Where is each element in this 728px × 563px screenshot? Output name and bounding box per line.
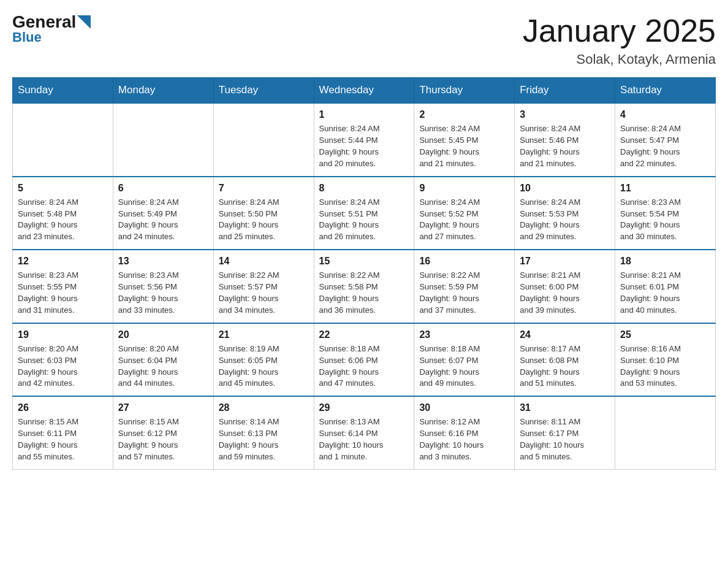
day-number: 16 [419, 254, 509, 268]
day-number: 23 [419, 327, 509, 342]
day-number: 30 [419, 400, 509, 415]
day-info: Sunrise: 8:24 AMSunset: 5:51 PMDaylight:… [319, 197, 409, 243]
day-info: Sunrise: 8:23 AMSunset: 5:55 PMDaylight:… [18, 270, 108, 316]
day-number: 10 [520, 181, 610, 195]
day-info: Sunrise: 8:22 AMSunset: 5:58 PMDaylight:… [319, 270, 409, 316]
title-block: January 2025 Solak, Kotayk, Armenia [523, 12, 716, 67]
day-number: 3 [520, 107, 610, 121]
day-info: Sunrise: 8:15 AMSunset: 6:11 PMDaylight:… [18, 416, 108, 462]
day-info: Sunrise: 8:18 AMSunset: 6:06 PMDaylight:… [319, 343, 409, 389]
day-info: Sunrise: 8:24 AMSunset: 5:50 PMDaylight:… [219, 197, 309, 243]
page-header: General Blue January 2025 Solak, Kotayk,… [12, 12, 716, 67]
day-header-thursday: Thursday [414, 78, 515, 104]
day-number: 8 [319, 181, 409, 195]
day-number: 17 [520, 254, 610, 268]
calendar-week-row: 12Sunrise: 8:23 AMSunset: 5:55 PMDayligh… [13, 250, 716, 323]
day-number: 14 [219, 254, 309, 268]
calendar-week-row: 26Sunrise: 8:15 AMSunset: 6:11 PMDayligh… [13, 396, 716, 469]
day-number: 27 [118, 400, 208, 415]
day-info: Sunrise: 8:12 AMSunset: 6:16 PMDaylight:… [419, 416, 509, 462]
day-number: 15 [319, 254, 409, 268]
day-info: Sunrise: 8:24 AMSunset: 5:45 PMDaylight:… [419, 123, 509, 169]
day-number: 6 [118, 181, 208, 195]
calendar-title: January 2025 [523, 12, 716, 49]
day-number: 29 [319, 400, 409, 415]
day-number: 13 [118, 254, 208, 268]
calendar-day-cell: 25Sunrise: 8:16 AMSunset: 6:10 PMDayligh… [615, 323, 716, 397]
day-info: Sunrise: 8:21 AMSunset: 6:01 PMDaylight:… [620, 270, 710, 316]
calendar-day-cell: 11Sunrise: 8:23 AMSunset: 5:54 PMDayligh… [615, 177, 716, 250]
day-number: 19 [18, 327, 108, 342]
day-number: 9 [419, 181, 509, 195]
day-number: 31 [520, 400, 610, 415]
day-number: 18 [620, 254, 710, 268]
day-header-monday: Monday [113, 78, 213, 104]
calendar-week-row: 5Sunrise: 8:24 AMSunset: 5:48 PMDaylight… [13, 177, 716, 250]
calendar-subtitle: Solak, Kotayk, Armenia [523, 52, 716, 67]
day-number: 24 [520, 327, 610, 342]
calendar-day-cell: 29Sunrise: 8:13 AMSunset: 6:14 PMDayligh… [314, 396, 414, 469]
calendar-day-cell: 15Sunrise: 8:22 AMSunset: 5:58 PMDayligh… [314, 250, 414, 323]
day-info: Sunrise: 8:18 AMSunset: 6:07 PMDaylight:… [419, 343, 509, 389]
calendar-week-row: 19Sunrise: 8:20 AMSunset: 6:03 PMDayligh… [13, 323, 716, 397]
day-info: Sunrise: 8:20 AMSunset: 6:04 PMDaylight:… [118, 343, 208, 389]
calendar-day-cell: 17Sunrise: 8:21 AMSunset: 6:00 PMDayligh… [515, 250, 615, 323]
day-info: Sunrise: 8:24 AMSunset: 5:47 PMDaylight:… [620, 123, 710, 169]
day-number: 28 [219, 400, 309, 415]
day-number: 11 [620, 181, 710, 195]
day-number: 7 [219, 181, 309, 195]
day-header-wednesday: Wednesday [314, 78, 414, 104]
calendar-day-cell [615, 396, 716, 469]
calendar-day-cell: 23Sunrise: 8:18 AMSunset: 6:07 PMDayligh… [414, 323, 515, 397]
calendar-day-cell: 20Sunrise: 8:20 AMSunset: 6:04 PMDayligh… [113, 323, 213, 397]
day-info: Sunrise: 8:21 AMSunset: 6:00 PMDaylight:… [520, 270, 610, 316]
day-number: 20 [118, 327, 208, 342]
day-number: 25 [620, 327, 710, 342]
calendar-day-cell: 30Sunrise: 8:12 AMSunset: 6:16 PMDayligh… [414, 396, 515, 469]
day-number: 4 [620, 107, 710, 121]
logo-arrow-icon [77, 15, 91, 29]
day-info: Sunrise: 8:20 AMSunset: 6:03 PMDaylight:… [18, 343, 108, 389]
day-header-saturday: Saturday [615, 78, 716, 104]
day-info: Sunrise: 8:17 AMSunset: 6:08 PMDaylight:… [520, 343, 610, 389]
calendar-day-cell: 19Sunrise: 8:20 AMSunset: 6:03 PMDayligh… [13, 323, 113, 397]
day-info: Sunrise: 8:24 AMSunset: 5:48 PMDaylight:… [18, 197, 108, 243]
calendar-day-cell: 18Sunrise: 8:21 AMSunset: 6:01 PMDayligh… [615, 250, 716, 323]
calendar-day-cell: 28Sunrise: 8:14 AMSunset: 6:13 PMDayligh… [213, 396, 314, 469]
day-info: Sunrise: 8:23 AMSunset: 5:54 PMDaylight:… [620, 197, 710, 243]
day-number: 21 [219, 327, 309, 342]
calendar-day-cell: 3Sunrise: 8:24 AMSunset: 5:46 PMDaylight… [515, 103, 615, 177]
day-info: Sunrise: 8:16 AMSunset: 6:10 PMDaylight:… [620, 343, 710, 389]
calendar-day-cell: 10Sunrise: 8:24 AMSunset: 5:53 PMDayligh… [515, 177, 615, 250]
calendar-day-cell: 31Sunrise: 8:11 AMSunset: 6:17 PMDayligh… [515, 396, 615, 469]
calendar-day-cell: 21Sunrise: 8:19 AMSunset: 6:05 PMDayligh… [213, 323, 314, 397]
calendar-day-cell: 9Sunrise: 8:24 AMSunset: 5:52 PMDaylight… [414, 177, 515, 250]
calendar-day-cell: 22Sunrise: 8:18 AMSunset: 6:06 PMDayligh… [314, 323, 414, 397]
calendar-day-cell: 1Sunrise: 8:24 AMSunset: 5:44 PMDaylight… [314, 103, 414, 177]
day-header-friday: Friday [515, 78, 615, 104]
calendar-day-cell: 12Sunrise: 8:23 AMSunset: 5:55 PMDayligh… [13, 250, 113, 323]
calendar-day-cell: 24Sunrise: 8:17 AMSunset: 6:08 PMDayligh… [515, 323, 615, 397]
calendar-day-cell [213, 103, 314, 177]
day-info: Sunrise: 8:22 AMSunset: 5:57 PMDaylight:… [219, 270, 309, 316]
day-header-sunday: Sunday [13, 78, 113, 104]
day-info: Sunrise: 8:22 AMSunset: 5:59 PMDaylight:… [419, 270, 509, 316]
day-info: Sunrise: 8:23 AMSunset: 5:56 PMDaylight:… [118, 270, 208, 316]
day-info: Sunrise: 8:24 AMSunset: 5:52 PMDaylight:… [419, 197, 509, 243]
calendar-table: SundayMondayTuesdayWednesdayThursdayFrid… [12, 77, 716, 470]
day-info: Sunrise: 8:14 AMSunset: 6:13 PMDaylight:… [219, 416, 309, 462]
calendar-week-row: 1Sunrise: 8:24 AMSunset: 5:44 PMDaylight… [13, 103, 716, 177]
logo: General Blue [12, 12, 91, 45]
day-number: 22 [319, 327, 409, 342]
day-info: Sunrise: 8:24 AMSunset: 5:44 PMDaylight:… [319, 123, 409, 169]
day-info: Sunrise: 8:13 AMSunset: 6:14 PMDaylight:… [319, 416, 409, 462]
svg-marker-0 [77, 15, 91, 29]
calendar-day-cell: 4Sunrise: 8:24 AMSunset: 5:47 PMDaylight… [615, 103, 716, 177]
day-number: 5 [18, 181, 108, 195]
calendar-header-row: SundayMondayTuesdayWednesdayThursdayFrid… [13, 78, 716, 104]
day-number: 1 [319, 107, 409, 121]
calendar-day-cell: 8Sunrise: 8:24 AMSunset: 5:51 PMDaylight… [314, 177, 414, 250]
day-number: 2 [419, 107, 509, 121]
day-info: Sunrise: 8:24 AMSunset: 5:46 PMDaylight:… [520, 123, 610, 169]
calendar-day-cell: 6Sunrise: 8:24 AMSunset: 5:49 PMDaylight… [113, 177, 213, 250]
